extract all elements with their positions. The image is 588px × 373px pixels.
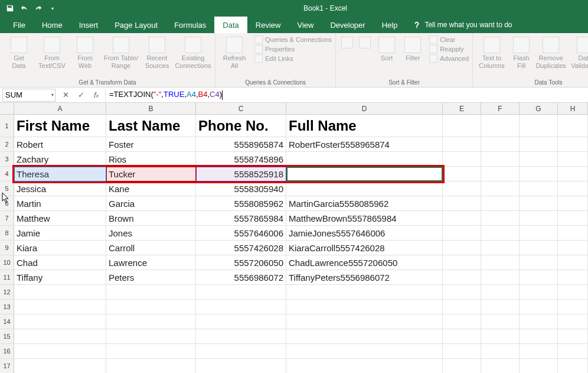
row-header[interactable]: 13 xyxy=(0,300,14,314)
cell[interactable] xyxy=(443,211,481,225)
from-text-csv-button[interactable]: FromText/CSV xyxy=(37,35,67,70)
refresh-all-button[interactable]: RefreshAll xyxy=(219,35,250,70)
cell[interactable] xyxy=(106,300,196,314)
cell[interactable] xyxy=(286,314,443,329)
cell[interactable] xyxy=(481,300,520,314)
sort-za-button[interactable] xyxy=(357,35,373,50)
name-box[interactable]: SUM ▾ xyxy=(2,89,55,102)
cell[interactable]: 5558745896 xyxy=(196,152,286,166)
cell[interactable]: 5557865984 xyxy=(196,211,286,225)
cell[interactable] xyxy=(481,181,520,196)
cell[interactable] xyxy=(286,329,443,343)
advanced-item[interactable]: Advanced xyxy=(429,54,469,63)
row-header[interactable]: 8 xyxy=(0,226,14,240)
row-header[interactable]: 12 xyxy=(0,285,14,299)
cell[interactable] xyxy=(443,137,481,151)
tab-file[interactable]: File xyxy=(5,17,34,33)
cell[interactable] xyxy=(14,300,106,314)
cell[interactable]: Jones xyxy=(106,226,196,240)
cell[interactable] xyxy=(286,152,443,166)
cell[interactable] xyxy=(558,314,588,329)
cell[interactable] xyxy=(481,211,520,225)
tab-insert[interactable]: Insert xyxy=(71,17,107,33)
cell[interactable] xyxy=(443,167,481,181)
cell[interactable] xyxy=(558,115,588,137)
col-header-f[interactable]: F xyxy=(481,103,520,114)
cell[interactable] xyxy=(558,241,588,255)
cell[interactable] xyxy=(443,314,481,329)
sort-button[interactable]: Sort xyxy=(375,35,398,63)
data-validation-button[interactable]: DataValidation xyxy=(569,35,588,70)
cell[interactable] xyxy=(196,285,286,299)
cell[interactable]: Matthew xyxy=(14,211,106,225)
cell[interactable]: KiaraCarroll5557426028 xyxy=(286,241,443,255)
cell[interactable] xyxy=(520,241,558,255)
row-header[interactable]: 15 xyxy=(0,329,14,343)
cell[interactable] xyxy=(196,329,286,343)
cell[interactable] xyxy=(481,196,520,210)
cell[interactable]: 5556986072 xyxy=(196,270,286,284)
cell[interactable] xyxy=(443,255,481,270)
cell[interactable] xyxy=(443,359,481,373)
cell[interactable] xyxy=(558,211,588,225)
cell[interactable]: RobertFoster5558965874 xyxy=(286,137,443,151)
cell[interactable]: Kane xyxy=(106,181,196,196)
cell[interactable] xyxy=(520,152,558,166)
cell[interactable] xyxy=(286,300,443,314)
cancel-formula-icon[interactable]: ✕ xyxy=(60,90,71,99)
col-header-d[interactable]: D xyxy=(286,103,443,114)
cell[interactable]: Kiara xyxy=(14,241,106,255)
row-header[interactable]: 5 xyxy=(0,181,14,196)
cell[interactable] xyxy=(481,115,520,137)
cell[interactable]: Tiffany xyxy=(14,270,106,284)
cell[interactable] xyxy=(481,270,520,284)
cell[interactable]: 5558085962 xyxy=(196,196,286,210)
cell[interactable] xyxy=(196,344,286,358)
cell[interactable] xyxy=(558,359,588,373)
cell[interactable] xyxy=(106,314,196,329)
enter-formula-icon[interactable]: ✓ xyxy=(76,90,86,99)
cell[interactable]: 5558305940 xyxy=(196,181,286,196)
cell[interactable]: First Name xyxy=(14,115,106,137)
cell[interactable] xyxy=(558,270,588,284)
cell[interactable] xyxy=(443,270,481,284)
row-header[interactable]: 2 xyxy=(0,137,14,151)
clear-filter-item[interactable]: Clear xyxy=(429,35,469,44)
cell[interactable] xyxy=(106,344,196,358)
cell[interactable] xyxy=(520,344,558,358)
cell[interactable]: 5557426028 xyxy=(196,241,286,255)
cell[interactable]: Brown xyxy=(106,211,196,225)
cell[interactable]: Last Name xyxy=(106,115,196,137)
save-icon[interactable] xyxy=(5,3,15,14)
cell[interactable] xyxy=(520,226,558,240)
qat-dropdown-icon[interactable]: ▾ xyxy=(47,3,58,14)
cell[interactable] xyxy=(286,285,443,299)
row-header[interactable]: 6 xyxy=(0,196,14,210)
redo-icon[interactable] xyxy=(33,3,44,14)
cell[interactable] xyxy=(443,181,481,196)
row-header[interactable]: 1 xyxy=(0,115,14,137)
cell[interactable]: Rios xyxy=(106,152,196,166)
reapply-item[interactable]: Reapply xyxy=(429,45,469,53)
undo-icon[interactable] xyxy=(19,3,30,14)
cell[interactable]: 5557206050 xyxy=(196,255,286,270)
cell[interactable]: Lawrence xyxy=(106,255,196,270)
edit-links-item[interactable]: Edit Links xyxy=(254,54,332,63)
cell[interactable]: Full Name xyxy=(286,115,443,137)
cell[interactable] xyxy=(481,152,520,166)
cell[interactable]: ChadLawrence5557206050 xyxy=(286,255,443,270)
flash-fill-button[interactable]: FlashFill xyxy=(509,35,533,70)
from-table-range-button[interactable]: From Table/Range xyxy=(103,35,139,70)
cell[interactable]: Foster xyxy=(106,137,196,151)
cell[interactable]: Tucker xyxy=(106,167,196,181)
row-header[interactable]: 3 xyxy=(0,152,14,166)
cell[interactable] xyxy=(106,329,196,343)
cell[interactable] xyxy=(520,300,558,314)
cell[interactable] xyxy=(558,300,588,314)
cell[interactable]: =TEXTJOIN("-",TRUE,A4,B4,C4) xyxy=(286,167,443,181)
cell[interactable] xyxy=(196,359,286,373)
cell[interactable] xyxy=(558,226,588,240)
cell[interactable]: Theresa xyxy=(14,167,106,181)
col-header-c[interactable]: C xyxy=(196,103,286,114)
cell[interactable] xyxy=(520,285,558,299)
